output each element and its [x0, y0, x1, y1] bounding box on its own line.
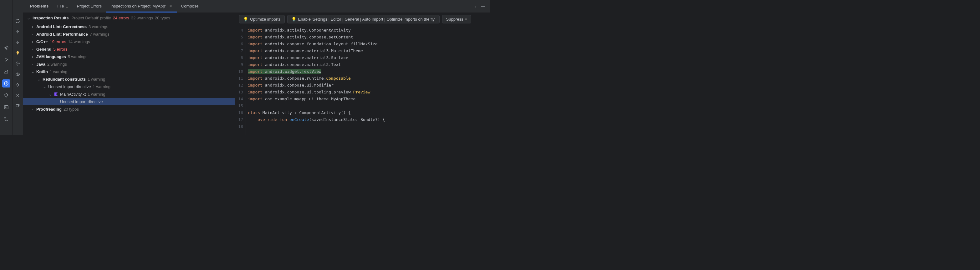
- tab-count: 1: [66, 4, 68, 8]
- tree-label: MainActivity.kt: [60, 92, 86, 96]
- inspection-tree: ⌄ Inspection Results 'Project Default' p…: [23, 13, 235, 135]
- tab-file[interactable]: File 1: [53, 0, 72, 13]
- tree-label: C/C++: [36, 39, 48, 44]
- close-icon[interactable]: ✕: [169, 4, 172, 8]
- chevron-icon: ›: [31, 107, 34, 112]
- code-lines[interactable]: import androidx.activity.ComponentActivi…: [246, 26, 490, 135]
- chevron-icon: ⌄: [37, 77, 41, 82]
- warning-count: 1 warning: [50, 69, 67, 74]
- chevron-icon: ›: [31, 54, 34, 59]
- code-line: import androidx.compose.material3.Materi…: [248, 47, 490, 54]
- arrow-up-icon[interactable]: [14, 28, 22, 35]
- profile-label: 'Project Default' profile: [71, 16, 111, 20]
- terminal-icon[interactable]: [2, 103, 10, 111]
- diamond-icon[interactable]: [2, 91, 10, 99]
- warning-count: 3 warnings: [89, 24, 108, 29]
- tabs-bar: Problems File 1 Project Errors Inspectio…: [23, 0, 490, 13]
- warning-count: 5 warnings: [68, 54, 88, 59]
- tab-compose[interactable]: Compose: [177, 0, 203, 13]
- minimize-icon[interactable]: —: [481, 4, 485, 8]
- tree-row[interactable]: ›Android Lint: Performance 7 warnings: [23, 30, 235, 38]
- error-count: 24 errors: [113, 16, 129, 20]
- tree-row[interactable]: ⌄Kotlin 1 warning: [23, 68, 235, 75]
- code-line: import android.widget.TextView: [248, 68, 490, 75]
- tree-row[interactable]: Unused import directive: [23, 98, 235, 105]
- code-line: import androidx.compose.runtime.Composab…: [248, 75, 490, 82]
- tree-row[interactable]: ›Java 2 warnings: [23, 60, 235, 68]
- tree-label: General: [36, 47, 51, 52]
- run-icon[interactable]: [2, 55, 10, 64]
- tree-row[interactable]: ›C/C++ 19 errors 14 warnings: [23, 38, 235, 45]
- x-icon[interactable]: [14, 92, 22, 99]
- editor-panel: 💡Optimize imports 💡Enable 'Settings | Ed…: [235, 13, 490, 135]
- warning-count: 7 warnings: [90, 32, 110, 36]
- tree-row[interactable]: ⌄MainActivity.kt 1 warning: [23, 90, 235, 98]
- tree-row[interactable]: ⌄Unused import directive 1 warning: [23, 83, 235, 90]
- warning-count: 1 warning: [88, 77, 105, 82]
- inspection-results-title: Inspection Results: [33, 16, 69, 20]
- more-icon[interactable]: ⋮: [474, 4, 478, 8]
- settings-icon[interactable]: [14, 60, 22, 67]
- tree-label: Proofreading: [36, 107, 62, 112]
- chevron-icon: ›: [31, 62, 34, 66]
- optimize-imports-button[interactable]: 💡Optimize imports: [239, 15, 285, 24]
- warning-count: 1 warning: [88, 92, 105, 96]
- main-panel: Problems File 1 Project Errors Inspectio…: [23, 0, 490, 135]
- suppress-button[interactable]: Suppress▾: [442, 15, 471, 24]
- tab-label: Inspections on Project 'MyApp': [110, 4, 166, 8]
- code-line: import androidx.compose.material3.Surfac…: [248, 54, 490, 61]
- warning-count: 14 warnings: [68, 39, 90, 44]
- tree-row[interactable]: ›General 5 errors: [23, 45, 235, 53]
- bug-icon[interactable]: [2, 44, 10, 52]
- chevron-icon: ⌄: [31, 69, 34, 74]
- tree-label: Unused import directive: [60, 99, 103, 104]
- code-view: 456789101112131415161718 import androidx…: [235, 26, 490, 135]
- problems-icon[interactable]: [2, 79, 10, 87]
- tab-label: Problems: [30, 4, 48, 8]
- svg-point-5: [7, 120, 8, 121]
- tree-row[interactable]: ›Proofreading 20 typos: [23, 105, 235, 113]
- code-line: override fun onCreate(savedInstanceState…: [248, 116, 490, 123]
- gutter: 456789101112131415161718: [235, 26, 246, 135]
- svg-point-4: [5, 117, 5, 118]
- tree-label: Java: [36, 62, 45, 66]
- tree-header[interactable]: ⌄ Inspection Results 'Project Default' p…: [23, 14, 235, 23]
- warning-count: 20 typos: [64, 107, 79, 112]
- tree-row[interactable]: ›Android Lint: Correctness 3 warnings: [23, 23, 235, 30]
- tab-project-errors[interactable]: Project Errors: [72, 0, 106, 13]
- export-icon[interactable]: [14, 102, 22, 110]
- tree-row[interactable]: ⌄Redundant constructs 1 warning: [23, 75, 235, 83]
- chevron-down-icon: ▾: [465, 17, 467, 22]
- svg-point-7: [17, 73, 19, 75]
- intention-bulb-icon[interactable]: [14, 49, 22, 57]
- arrow-down-icon[interactable]: [14, 38, 22, 46]
- tree-label: Redundant constructs: [43, 77, 86, 82]
- diamond-chevron-icon[interactable]: [14, 81, 22, 88]
- enable-auto-import-button[interactable]: 💡Enable 'Settings | Editor | General | A…: [287, 15, 440, 24]
- code-line: [248, 123, 490, 130]
- chevron-icon: ›: [31, 39, 34, 44]
- bulb-icon: 💡: [243, 17, 248, 22]
- svg-marker-1: [5, 58, 8, 62]
- code-line: [248, 103, 490, 109]
- eye-icon[interactable]: [14, 70, 22, 78]
- chevron-icon: ›: [31, 47, 34, 52]
- cat-icon[interactable]: [2, 68, 10, 76]
- tree-row[interactable]: ›JVM languages 5 warnings: [23, 53, 235, 60]
- vcs-icon[interactable]: [2, 115, 10, 123]
- code-line: import androidx.activity.compose.setCont…: [248, 34, 490, 41]
- tab-label: File: [57, 4, 64, 8]
- refresh-icon[interactable]: [14, 17, 22, 25]
- tab-problems[interactable]: Problems: [25, 0, 53, 13]
- tab-label: Project Errors: [77, 4, 101, 8]
- tree-label: Android Lint: Correctness: [36, 24, 87, 29]
- warning-count: 32 warnings: [131, 16, 153, 20]
- tab-label: Compose: [181, 4, 199, 8]
- tab-inspections[interactable]: Inspections on Project 'MyApp'✕: [106, 0, 177, 13]
- error-count: 5 errors: [53, 47, 67, 52]
- code-line: import com.example.myapp.ui.theme.MyAppT…: [248, 96, 490, 103]
- svg-point-6: [17, 63, 19, 64]
- tree-label: JVM languages: [36, 54, 66, 59]
- code-line: import androidx.compose.ui.tooling.previ…: [248, 89, 490, 96]
- warning-count: 2 warnings: [47, 62, 67, 66]
